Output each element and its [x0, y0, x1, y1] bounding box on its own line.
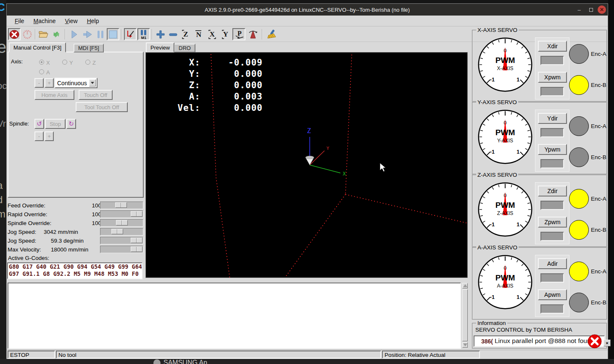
x-axis-label: X	[343, 171, 346, 177]
panel-title: X-AXIS SERVO	[476, 27, 519, 33]
enc-a-label: Enc-A	[591, 51, 606, 57]
zdir-button[interactable]: Zdir	[538, 186, 567, 196]
max-velocity-slider[interactable]	[100, 246, 143, 253]
view-z-button[interactable]: Z	[180, 28, 191, 40]
rapid-override-slider[interactable]	[100, 210, 143, 218]
view-z-rotated-button[interactable]: N	[193, 28, 205, 40]
touch-off-button[interactable]: Touch Off	[79, 90, 113, 100]
spindle-stop-button[interactable]: Stop	[45, 119, 66, 129]
scroll-up-arrow[interactable]	[462, 283, 468, 288]
jog-speed-row: Jog Speed: 3042 mm/min	[7, 228, 143, 236]
title-bar[interactable]: AXIS 2.9.0-pre0-2669-ge5449426d on Linux…	[7, 4, 608, 16]
xdir-button[interactable]: Xdir	[538, 41, 567, 52]
close-button[interactable]: ✕	[598, 5, 606, 14]
open-file-button[interactable]	[37, 28, 50, 40]
slider-handle[interactable]	[116, 220, 128, 225]
slider-handle[interactable]	[131, 246, 142, 252]
maximize-button[interactable]	[587, 5, 595, 14]
ydir-button[interactable]: Ydir	[538, 113, 567, 124]
spindle-override-value: 100	[66, 220, 101, 226]
manual-control-panel: Axis: X Y Z A - + Continuous Home Axis T…	[8, 52, 144, 198]
clear-plot-icon	[266, 29, 277, 39]
svg-text:M1: M1	[141, 36, 147, 39]
svg-text:X: X	[210, 30, 215, 38]
spindle-ccw-button[interactable]: ↺	[34, 119, 44, 129]
output-scrollbar[interactable]	[462, 283, 469, 349]
rotate-view-button[interactable]	[246, 28, 260, 40]
x-axis-line	[310, 165, 340, 173]
jog-plus-button[interactable]: +	[45, 78, 54, 88]
minimize-button[interactable]: –	[575, 5, 583, 14]
run-button[interactable]	[69, 28, 80, 40]
ypwm-button[interactable]: Ypwm	[538, 144, 567, 155]
zpwm-button[interactable]: Zpwm	[538, 217, 567, 228]
skip-lines-button[interactable]	[124, 28, 137, 40]
axis-radio-y[interactable]: Y	[62, 59, 73, 66]
ydir-meter	[540, 128, 564, 137]
scrollbar-thumb[interactable]	[462, 289, 468, 341]
menu-machine[interactable]: Machine	[29, 17, 61, 25]
feed-override-slider[interactable]	[100, 202, 143, 209]
jog-speed-slider[interactable]	[100, 228, 143, 236]
enc-b-label: Enc-B	[591, 227, 606, 233]
tab-preview[interactable]: Preview	[146, 42, 174, 52]
panel-title: Y-AXIS SERVO	[476, 99, 518, 105]
slider-handle[interactable]	[111, 229, 123, 234]
zoom-out-button[interactable]	[167, 28, 179, 40]
spindle-minus-button[interactable]: -	[34, 131, 44, 141]
spindle-plus-button[interactable]: +	[45, 131, 54, 141]
slider-handle[interactable]	[131, 211, 142, 217]
menu-view[interactable]: View	[61, 17, 82, 25]
axis-radio-x[interactable]: X	[39, 59, 50, 66]
apwm-button[interactable]: Apwm	[538, 289, 567, 300]
estop-button[interactable]	[8, 28, 21, 40]
toolbar-separator	[262, 29, 263, 39]
tool-touch-off-button[interactable]: Tool Touch Off	[76, 102, 128, 112]
machine-power-button[interactable]	[21, 28, 33, 40]
optional-stop-button[interactable]: M1	[137, 28, 150, 40]
panel-title: Information	[476, 320, 507, 326]
radio-icon	[39, 60, 44, 65]
slider-handle[interactable]	[131, 238, 142, 243]
tab-dro[interactable]: DRO	[174, 44, 195, 52]
spindle-override-slider[interactable]	[100, 219, 143, 227]
menu-file[interactable]: File	[10, 17, 29, 25]
a-enc-a-led	[569, 262, 589, 281]
tab-mdi[interactable]: MDI [F5]	[74, 44, 104, 52]
zoom-in-button[interactable]	[155, 28, 166, 40]
run-step-button[interactable]	[82, 28, 94, 40]
view-y-button[interactable]: Y	[220, 28, 232, 40]
x-pwm-gauge: 0 -1 1 PWM X-AXIS	[477, 37, 533, 93]
tab-manual-control[interactable]: Manual Control [F3]	[9, 42, 66, 52]
spindle-cw-button[interactable]: ↻	[66, 119, 76, 129]
reload-button[interactable]	[50, 28, 62, 40]
view-perspective-button[interactable]: P	[232, 28, 245, 40]
dismiss-error-button[interactable]: ×	[603, 340, 611, 346]
slider-handle[interactable]	[115, 202, 127, 208]
message-output-area[interactable]	[8, 283, 461, 349]
home-axis-button[interactable]: Home Axis	[34, 90, 74, 100]
xpwm-button[interactable]: Xpwm	[538, 72, 567, 83]
enc-a-label: Enc-A	[591, 268, 606, 275]
menu-help[interactable]: Help	[82, 17, 104, 25]
axis-radio-z[interactable]: Z	[85, 59, 96, 66]
desktop-fragment: a	[0, 180, 3, 191]
stop-button[interactable]	[107, 28, 119, 40]
preview-canvas[interactable]: Z Y X X:-0.009 Y:0.000 Z:0.000 A:0.003 V…	[145, 52, 468, 278]
taskbar-window-label[interactable]: SAMSUNG An	[163, 359, 207, 364]
jog-minus-button[interactable]: -	[34, 78, 44, 88]
axis-radio-a[interactable]: A	[39, 68, 50, 76]
jog-mode-dropdown[interactable]: Continuous	[55, 78, 98, 88]
app-icon[interactable]	[153, 359, 161, 364]
jog-speed-deg-slider[interactable]	[100, 237, 143, 244]
a-axis-servo-panel: A-AXIS SERVO 0 -1 1 PWM A-AXIS Adir Apwm	[472, 247, 607, 320]
clear-plot-button[interactable]	[265, 28, 278, 40]
y-axis-label: Y	[327, 146, 329, 151]
a-enc-b-led	[569, 293, 589, 312]
view-x-button[interactable]: X	[206, 28, 218, 40]
pause-button[interactable]	[95, 28, 106, 40]
scroll-down-arrow[interactable]	[462, 342, 468, 348]
view-x-icon: X	[208, 29, 217, 39]
desktop-taskbar: SAMSUNG An	[0, 359, 614, 364]
adir-button[interactable]: Adir	[538, 258, 567, 269]
